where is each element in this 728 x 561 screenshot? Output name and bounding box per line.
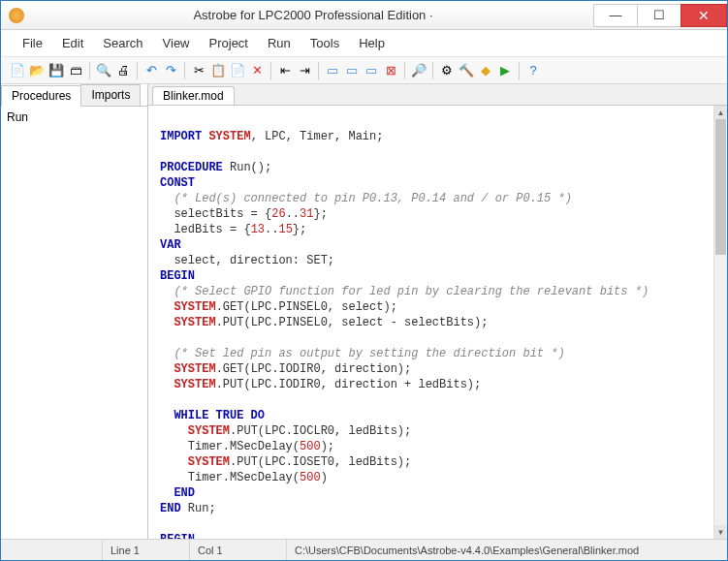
window1-icon[interactable]: ▭: [324, 62, 341, 79]
separator: [270, 62, 271, 79]
gear-icon[interactable]: ⚙: [438, 62, 456, 79]
menu-run[interactable]: Run: [260, 34, 299, 52]
status-bar: Line 1 Col 1 C:\Users\CFB\Documents\Astr…: [1, 539, 727, 560]
separator: [89, 62, 90, 79]
tab-procedures[interactable]: Procedures: [1, 85, 81, 107]
separator: [184, 62, 185, 79]
window2-icon[interactable]: ▭: [343, 62, 361, 79]
title-bar: Astrobe for LPC2000 Professional Edition…: [1, 1, 727, 30]
outdent-icon[interactable]: ⇤: [276, 62, 294, 79]
print-icon[interactable]: 🖨: [114, 62, 132, 79]
cut-icon[interactable]: ✂: [190, 62, 207, 79]
vertical-scrollbar[interactable]: ▲ ▼: [713, 106, 727, 539]
menu-file[interactable]: File: [15, 34, 50, 52]
app-icon: [9, 8, 24, 23]
paste-icon[interactable]: 📄: [229, 62, 246, 79]
window3-icon[interactable]: ▭: [363, 62, 380, 79]
menu-tools[interactable]: Tools: [302, 34, 347, 52]
scroll-up-icon[interactable]: ▲: [714, 106, 727, 119]
window-close-icon[interactable]: ⊠: [382, 62, 399, 79]
save-icon[interactable]: 💾: [47, 62, 65, 79]
status-filepath: C:\Users\CFB\Documents\Astrobe-v4.4.0\Ex…: [287, 545, 727, 556]
undo-icon[interactable]: ↶: [142, 62, 160, 79]
status-column: Col 1: [190, 540, 287, 560]
run-icon[interactable]: ▶: [496, 62, 514, 79]
delete-icon[interactable]: ✕: [248, 62, 266, 79]
open-file-icon[interactable]: 📂: [28, 62, 46, 79]
toolbar: 📄 📂 💾 🗃 🔍 🖨 ↶ ↷ ✂ 📋 📄 ✕ ⇤ ⇥ ▭ ▭ ▭ ⊠ 🔎 ⚙ …: [1, 57, 727, 84]
menu-project[interactable]: Project: [202, 34, 256, 52]
help-icon[interactable]: ?: [524, 62, 542, 79]
menu-edit[interactable]: Edit: [54, 34, 91, 52]
separator: [404, 62, 405, 79]
separator: [432, 62, 433, 79]
scrollbar-thumb[interactable]: [715, 119, 726, 255]
status-line: Line 1: [103, 540, 190, 560]
menu-help[interactable]: Help: [351, 34, 393, 52]
side-panel: Procedures Imports Run: [1, 84, 148, 539]
menu-bar: File Edit Search View Project Run Tools …: [1, 30, 727, 57]
find-icon[interactable]: 🔎: [410, 62, 427, 79]
separator: [137, 62, 138, 79]
scroll-down-icon[interactable]: ▼: [714, 525, 727, 539]
window-title: Astrobe for LPC2000 Professional Edition…: [32, 8, 594, 22]
editor-tab[interactable]: Blinker.mod: [152, 86, 235, 105]
list-item[interactable]: Run: [7, 110, 142, 124]
separator: [519, 62, 520, 79]
tab-imports[interactable]: Imports: [80, 84, 141, 106]
save-all-icon[interactable]: 🗃: [67, 62, 84, 79]
build-icon[interactable]: 🔨: [458, 62, 475, 79]
copy-icon[interactable]: 📋: [209, 62, 227, 79]
redo-icon[interactable]: ↷: [162, 62, 179, 79]
maximize-button[interactable]: ☐: [637, 4, 681, 27]
menu-view[interactable]: View: [155, 34, 198, 52]
code-area[interactable]: IMPORT SYSTEM, LPC, Timer, Main; PROCEDU…: [148, 106, 713, 539]
minimize-button[interactable]: —: [593, 4, 638, 27]
menu-search[interactable]: Search: [95, 34, 150, 52]
new-file-icon[interactable]: 📄: [9, 62, 26, 79]
separator: [318, 62, 319, 79]
indent-icon[interactable]: ⇥: [296, 62, 313, 79]
status-cell: [1, 540, 103, 560]
check-icon[interactable]: ◆: [477, 62, 494, 79]
close-button[interactable]: ✕: [681, 4, 727, 27]
procedures-list[interactable]: Run: [1, 107, 147, 539]
code-editor[interactable]: IMPORT SYSTEM, LPC, Timer, Main; PROCEDU…: [148, 106, 727, 539]
print-preview-icon[interactable]: 🔍: [95, 62, 112, 79]
